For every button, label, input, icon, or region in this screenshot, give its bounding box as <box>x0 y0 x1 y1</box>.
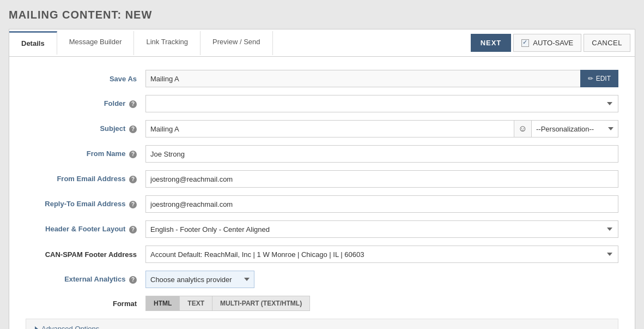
tab-preview-send[interactable]: Preview / Send <box>201 31 272 55</box>
from-name-label: From Name ? <box>26 149 145 158</box>
from-email-row: From Email Address ? <box>26 170 618 188</box>
format-label: Format <box>26 300 145 308</box>
from-email-input[interactable] <box>145 170 618 188</box>
can-spam-select[interactable]: Account Default: ReachMail, Inc | 1 W Mo… <box>145 246 618 263</box>
save-as-input[interactable] <box>145 70 580 87</box>
header-actions: NEXT AUTO-SAVE CANCEL <box>466 29 635 56</box>
reply-to-email-input[interactable] <box>145 195 618 213</box>
autosave-checkbox-icon <box>521 39 529 47</box>
header-footer-help-icon[interactable]: ? <box>129 226 137 234</box>
autosave-button[interactable]: AUTO-SAVE <box>513 34 581 52</box>
advanced-options[interactable]: Advanced Options <box>26 319 618 329</box>
tabs-area: Details Message Builder Link Tracking Pr… <box>9 31 466 55</box>
page-title: MAILING CONTENT: NEW <box>9 9 635 21</box>
from-name-input[interactable] <box>145 145 618 163</box>
save-as-label: Save As <box>26 75 145 83</box>
folder-select[interactable] <box>145 95 618 112</box>
from-email-help-icon[interactable]: ? <box>129 176 137 183</box>
format-row: Format HTML TEXT MULTI-PART (TEXT/HTML) <box>26 296 618 311</box>
pencil-icon: ✏ <box>588 75 593 82</box>
advanced-options-label: Advanced Options <box>41 325 99 329</box>
can-spam-label: CAN-SPAM Footer Address <box>26 250 145 259</box>
subject-field-group: ☺ --Personalization-- <box>145 120 618 137</box>
autosave-label: AUTO-SAVE <box>533 39 573 47</box>
header-footer-row: Header & Footer Layout ? English - Foote… <box>26 220 618 238</box>
can-spam-row: CAN-SPAM Footer Address Account Default:… <box>26 246 618 263</box>
reply-to-email-label: Reply-To Email Address ? <box>26 200 145 208</box>
edit-label: EDIT <box>596 75 611 82</box>
tab-message-builder[interactable]: Message Builder <box>57 31 135 55</box>
main-content: Save As ✏ EDIT Folder ? Subject ? ☺ --P <box>9 56 635 329</box>
next-button[interactable]: NEXT <box>471 34 512 52</box>
save-as-row: Save As ✏ EDIT <box>26 70 618 87</box>
cancel-button[interactable]: CANCEL <box>584 34 630 52</box>
format-text-button[interactable]: TEXT <box>179 296 212 311</box>
folder-help-icon[interactable]: ? <box>129 100 137 108</box>
folder-row: Folder ? <box>26 95 618 112</box>
subject-help-icon[interactable]: ? <box>129 125 137 133</box>
header-footer-select[interactable]: English - Footer Only - Center Aligned <box>145 220 618 238</box>
external-analytics-row: External Analytics ? Choose analytics pr… <box>26 271 618 288</box>
reply-to-email-row: Reply-To Email Address ? <box>26 195 618 213</box>
edit-button[interactable]: ✏ EDIT <box>580 70 618 87</box>
subject-row: Subject ? ☺ --Personalization-- <box>26 120 618 137</box>
from-email-label: From Email Address ? <box>26 175 145 183</box>
from-name-row: From Name ? <box>26 145 618 163</box>
subject-label: Subject ? <box>26 124 145 133</box>
subject-input[interactable] <box>145 120 514 137</box>
personalization-select[interactable]: --Personalization-- <box>531 120 618 137</box>
format-html-button[interactable]: HTML <box>145 296 180 311</box>
folder-label: Folder ? <box>26 99 145 108</box>
from-name-help-icon[interactable]: ? <box>129 151 137 158</box>
tab-link-tracking[interactable]: Link Tracking <box>134 31 201 55</box>
chevron-right-icon <box>35 326 38 330</box>
format-buttons: HTML TEXT MULTI-PART (TEXT/HTML) <box>145 296 309 311</box>
header-footer-label: Header & Footer Layout ? <box>26 225 145 234</box>
analytics-select[interactable]: Choose analytics provider <box>145 271 254 288</box>
tab-details[interactable]: Details <box>9 31 57 55</box>
external-analytics-help-icon[interactable]: ? <box>129 276 137 284</box>
reply-to-help-icon[interactable]: ? <box>129 201 137 208</box>
emoji-button[interactable]: ☺ <box>514 120 531 137</box>
save-as-field-group: ✏ EDIT <box>145 70 618 87</box>
format-multipart-button[interactable]: MULTI-PART (TEXT/HTML) <box>212 296 310 311</box>
external-analytics-label: External Analytics ? <box>26 275 145 284</box>
